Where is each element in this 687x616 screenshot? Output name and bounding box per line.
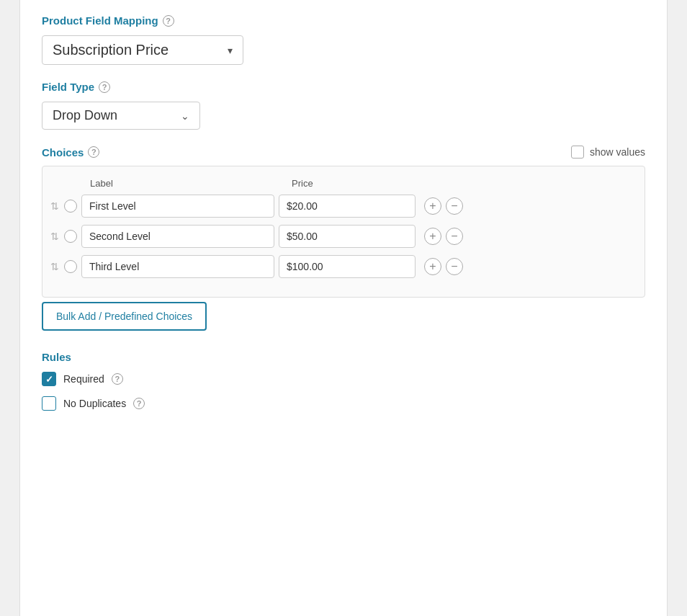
show-values-area: show values (571, 146, 645, 159)
drag-handle-icon[interactable]: ⇅ (50, 231, 60, 242)
choice-row: ⇅ + − (50, 195, 633, 218)
choice-actions: + − (424, 197, 463, 215)
field-type-help-icon[interactable]: ? (99, 81, 110, 93)
choices-label: Choices (42, 146, 84, 159)
field-type-dropdown[interactable]: Drop Down ⌄ (42, 102, 200, 130)
rule-help-icon[interactable]: ? (133, 398, 145, 409)
rule-label: Required (63, 373, 104, 385)
remove-choice-button[interactable]: − (446, 197, 463, 215)
drag-handle-icon[interactable]: ⇅ (50, 261, 60, 272)
rules-section: Rules Required ? No Duplicates ? (42, 351, 645, 411)
rule-row: No Duplicates ? (42, 396, 645, 411)
field-type-section: Field Type ? Drop Down ⌄ (42, 81, 645, 130)
choice-price-input[interactable] (279, 255, 416, 278)
choice-radio[interactable] (64, 260, 77, 273)
field-type-title: Field Type ? (42, 81, 645, 93)
product-field-mapping-section: Product Field Mapping ? Subscription Pri… (42, 14, 645, 65)
col-header-label: Label (90, 178, 292, 189)
rule-checkbox[interactable] (42, 372, 56, 386)
rule-checkbox[interactable] (42, 396, 56, 411)
choice-price-input[interactable] (279, 195, 416, 218)
bulk-add-button[interactable]: Bulk Add / Predefined Choices (42, 302, 207, 331)
choices-col-headers: Label Price (90, 178, 633, 189)
choice-label-input[interactable] (81, 225, 274, 248)
field-type-value: Drop Down (53, 108, 117, 123)
subscription-price-value: Subscription Price (53, 42, 169, 58)
subscription-price-chevron: ▾ (228, 45, 233, 56)
subscription-price-dropdown[interactable]: Subscription Price ▾ (42, 35, 243, 65)
main-panel: Product Field Mapping ? Subscription Pri… (19, 0, 668, 616)
add-choice-button[interactable]: + (424, 258, 441, 275)
choice-actions: + − (424, 258, 463, 275)
choices-header: Choices ? show values (42, 146, 645, 159)
choices-section: Choices ? show values Label Price ⇅ + − (42, 146, 645, 331)
add-choice-button[interactable]: + (424, 228, 441, 245)
choice-actions: + − (424, 228, 463, 245)
choice-row: ⇅ + − (50, 225, 633, 248)
choice-label-input[interactable] (81, 255, 274, 278)
rules-rows-container: Required ? No Duplicates ? (42, 372, 645, 411)
col-header-price: Price (292, 178, 436, 189)
product-field-mapping-title: Product Field Mapping ? (42, 14, 645, 27)
choice-price-input[interactable] (279, 225, 416, 248)
choices-help-icon[interactable]: ? (88, 146, 99, 158)
choice-row: ⇅ + − (50, 255, 633, 278)
rules-title: Rules (42, 351, 645, 363)
choice-rows-container: ⇅ + − ⇅ + − ⇅ + − (50, 195, 633, 278)
field-type-chevron: ⌄ (181, 110, 189, 122)
product-field-mapping-help-icon[interactable]: ? (163, 15, 174, 27)
remove-choice-button[interactable]: − (446, 228, 463, 245)
remove-choice-button[interactable]: − (446, 258, 463, 275)
product-field-mapping-label: Product Field Mapping (42, 14, 158, 27)
rule-row: Required ? (42, 372, 645, 386)
choices-title-left: Choices ? (42, 146, 99, 159)
rule-label: No Duplicates (63, 398, 126, 409)
rules-label: Rules (42, 351, 71, 363)
show-values-checkbox[interactable] (571, 146, 584, 159)
choice-radio[interactable] (64, 230, 77, 243)
choices-table: Label Price ⇅ + − ⇅ + − ⇅ (42, 166, 645, 298)
add-choice-button[interactable]: + (424, 197, 441, 215)
choice-label-input[interactable] (81, 195, 274, 218)
rule-help-icon[interactable]: ? (112, 373, 123, 385)
choice-radio[interactable] (64, 200, 77, 213)
drag-handle-icon[interactable]: ⇅ (50, 200, 60, 212)
show-values-label: show values (590, 146, 645, 158)
field-type-label: Field Type (42, 81, 94, 93)
